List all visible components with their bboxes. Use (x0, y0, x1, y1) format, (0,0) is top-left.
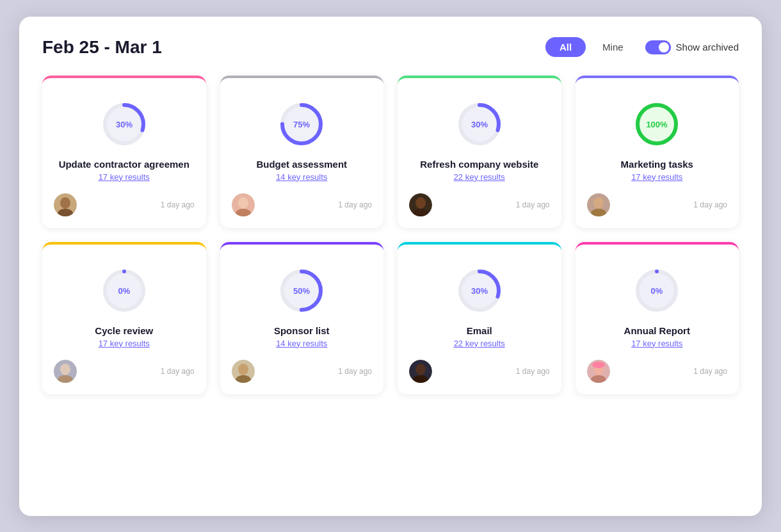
card-footer-2: 1 day ago (232, 193, 373, 216)
avatar-2 (232, 193, 255, 216)
card-footer-1: 1 day ago (54, 193, 195, 216)
show-archived-label: Show archived (676, 42, 739, 52)
svg-point-28 (60, 364, 70, 375)
svg-text:30%: 30% (116, 120, 133, 129)
card-time-8: 1 day ago (693, 367, 727, 376)
card-time-4: 1 day ago (693, 200, 727, 209)
svg-text:30%: 30% (471, 286, 488, 296)
card-footer-3: 1 day ago (409, 193, 550, 216)
card-1[interactable]: 30% Update contractor agreemen 17 key re… (42, 76, 206, 228)
svg-point-4 (60, 197, 70, 209)
card-footer-6: 1 day ago (232, 360, 373, 383)
svg-text:0%: 0% (118, 286, 130, 296)
card-title-2: Budget assessment (256, 159, 347, 170)
progress-ring-5: 0% (99, 265, 150, 316)
progress-ring-7: 30% (454, 265, 505, 316)
card-time-1: 1 day ago (161, 200, 195, 209)
header-controls: All Mine Show archived (545, 37, 739, 57)
card-key-results-8[interactable]: 17 key results (631, 339, 682, 348)
card-key-results-6[interactable]: 14 key results (276, 339, 327, 348)
all-button[interactable]: All (545, 37, 586, 57)
card-time-6: 1 day ago (338, 367, 372, 376)
avatar-8 (587, 360, 610, 383)
card-8[interactable]: 0% Annual Report 17 key results 1 day ag… (576, 242, 739, 394)
svg-text:100%: 100% (647, 120, 668, 129)
card-title-3: Refresh company website (420, 159, 538, 170)
card-title-4: Marketing tasks (621, 159, 693, 170)
card-footer-7: 1 day ago (409, 360, 550, 383)
progress-ring-4: 100% (631, 99, 682, 150)
card-5[interactable]: 0% Cycle review 17 key results 1 day ago (42, 242, 206, 394)
mine-button[interactable]: Mine (592, 37, 634, 57)
card-title-6: Sponsor list (274, 325, 330, 336)
avatar-7 (409, 360, 432, 383)
card-footer-5: 1 day ago (54, 360, 195, 383)
svg-text:30%: 30% (471, 120, 488, 129)
header: Feb 25 - Mar 1 All Mine Show archived (42, 37, 739, 58)
svg-point-40 (415, 364, 426, 375)
progress-ring-2: 75% (276, 99, 327, 150)
card-title-1: Update contractor agreemen (59, 159, 189, 170)
card-time-5: 1 day ago (161, 367, 195, 376)
card-key-results-5[interactable]: 17 key results (99, 339, 150, 348)
card-key-results-2[interactable]: 14 key results (276, 172, 327, 182)
svg-text:50%: 50% (293, 286, 310, 296)
avatar-6 (232, 360, 255, 383)
cards-grid: 30% Update contractor agreemen 17 key re… (42, 76, 739, 394)
app-container: Feb 25 - Mar 1 All Mine Show archived 30… (19, 17, 762, 516)
svg-point-10 (238, 197, 248, 209)
svg-point-22 (593, 197, 604, 209)
card-7[interactable]: 30% Email 22 key results 1 day ago (398, 242, 561, 394)
card-4[interactable]: 100% Marketing tasks 17 key results 1 da… (576, 76, 739, 228)
progress-ring-8: 0% (631, 265, 682, 316)
card-2[interactable]: 75% Budget assessment 14 key results 1 d… (220, 76, 384, 228)
svg-text:75%: 75% (293, 120, 310, 129)
avatar-4 (587, 193, 610, 216)
avatar-5 (54, 360, 77, 383)
progress-ring-1: 30% (99, 99, 150, 150)
avatar-1 (54, 193, 77, 216)
avatar-3 (409, 193, 432, 216)
svg-text:0%: 0% (651, 286, 663, 296)
card-time-2: 1 day ago (338, 200, 372, 209)
svg-point-48 (592, 362, 605, 368)
progress-ring-3: 30% (454, 99, 505, 150)
show-archived-toggle[interactable] (645, 40, 671, 54)
card-title-5: Cycle review (95, 325, 153, 336)
card-time-3: 1 day ago (516, 200, 550, 209)
svg-point-16 (415, 197, 426, 209)
progress-ring-6: 50% (276, 265, 327, 316)
card-key-results-1[interactable]: 17 key results (99, 172, 150, 182)
page-title: Feb 25 - Mar 1 (42, 37, 162, 58)
card-3[interactable]: 30% Refresh company website 22 key resul… (398, 76, 561, 228)
card-title-7: Email (467, 325, 492, 336)
show-archived-toggle-container: Show archived (645, 40, 739, 54)
card-key-results-4[interactable]: 17 key results (631, 172, 682, 182)
card-time-7: 1 day ago (516, 367, 550, 376)
card-key-results-7[interactable]: 22 key results (454, 339, 505, 348)
card-footer-4: 1 day ago (587, 193, 728, 216)
svg-point-34 (238, 364, 248, 375)
card-footer-8: 1 day ago (587, 360, 728, 383)
card-key-results-3[interactable]: 22 key results (454, 172, 505, 182)
card-6[interactable]: 50% Sponsor list 14 key results 1 day ag… (220, 242, 384, 394)
card-title-8: Annual Report (624, 325, 690, 336)
